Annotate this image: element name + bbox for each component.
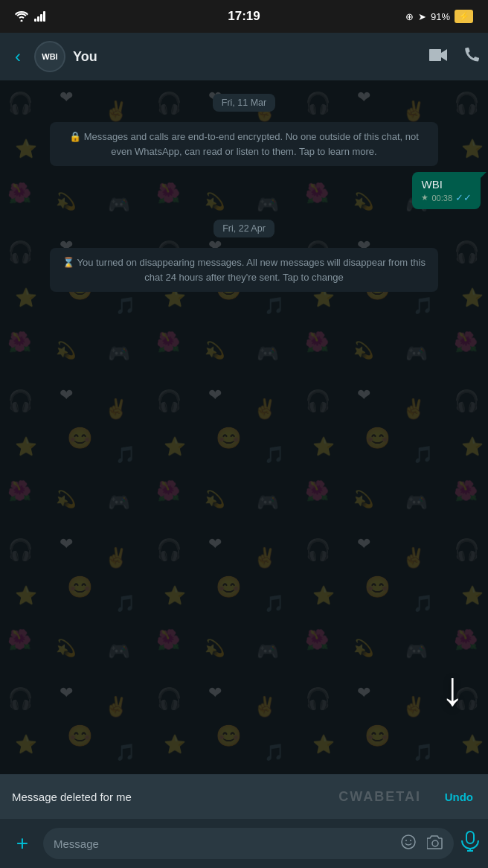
battery-percent: 91%	[431, 11, 450, 22]
sticker-button[interactable]	[400, 834, 417, 854]
scroll-down-arrow-icon: ↓	[440, 665, 464, 712]
avatar[interactable]: WBI	[34, 41, 65, 72]
star-icon: ★	[421, 193, 428, 202]
date-badge-2: Fri, 22 Apr	[214, 220, 274, 237]
input-bar: + Message	[0, 819, 488, 868]
video-call-button[interactable]	[428, 47, 448, 66]
chat-header: ‹ WBI You	[0, 33, 488, 80]
chat-area: Fri, 11 Mar 🔒 Messages and calls are end…	[0, 80, 488, 774]
attachment-button[interactable]: +	[9, 832, 36, 855]
snackbar: Message deleted for me CWABETAI Undo	[0, 774, 488, 819]
status-bar-time: 17:19	[228, 9, 260, 24]
scroll-down-button[interactable]: ↓	[431, 663, 473, 715]
back-button[interactable]: ‹	[9, 43, 27, 70]
svg-point-6	[410, 840, 411, 841]
bubble-time: 00:38	[431, 194, 452, 202]
encryption-notice[interactable]: 🔒 Messages and calls are end-to-end encr…	[50, 122, 438, 166]
read-receipts: ✓✓	[455, 192, 472, 203]
bubble-meta: ★ 00:38 ✓✓	[421, 192, 472, 203]
status-bar-right: ⊕ ➤ 91% ⚡	[405, 10, 473, 23]
svg-point-5	[405, 840, 407, 841]
location-icon: ⊕	[405, 11, 414, 22]
arrow-icon: ➤	[418, 11, 426, 22]
contact-name[interactable]: You	[73, 49, 421, 65]
snackbar-watermark: CWABETAI	[338, 789, 421, 805]
battery-icon: ⚡	[455, 10, 473, 23]
header-actions	[428, 46, 479, 67]
svg-point-7	[432, 840, 438, 846]
svg-rect-2	[40, 14, 42, 22]
status-bar: 17:19 ⊕ ➤ 91% ⚡	[0, 0, 488, 33]
status-bar-left	[15, 11, 46, 22]
svg-rect-0	[34, 19, 36, 22]
message-placeholder: Message	[54, 837, 393, 850]
message-bubble-outgoing[interactable]: WBI ★ 00:38 ✓✓	[412, 172, 481, 209]
message-input-field[interactable]: Message	[43, 828, 454, 859]
date-badge-1: Fri, 11 Mar	[213, 94, 275, 112]
input-icons	[400, 834, 443, 854]
messages-container: Fri, 11 Mar 🔒 Messages and calls are end…	[0, 80, 488, 301]
bubble-text: WBI	[421, 178, 442, 191]
avatar-text: WBI	[42, 53, 57, 61]
mic-button[interactable]	[461, 831, 479, 857]
wifi-icon	[15, 11, 28, 22]
disappearing-messages-notice[interactable]: ⌛ You turned on disappearing messages. A…	[50, 248, 438, 292]
svg-rect-3	[43, 11, 45, 22]
svg-rect-1	[37, 16, 39, 22]
phone-call-button[interactable]	[463, 46, 479, 67]
svg-point-4	[402, 835, 415, 849]
message-row-outgoing: WBI ★ 00:38 ✓✓	[7, 172, 481, 209]
camera-button[interactable]	[427, 835, 443, 853]
signal-icon	[34, 11, 46, 22]
svg-rect-8	[466, 832, 474, 843]
undo-button[interactable]: Undo	[442, 785, 476, 809]
